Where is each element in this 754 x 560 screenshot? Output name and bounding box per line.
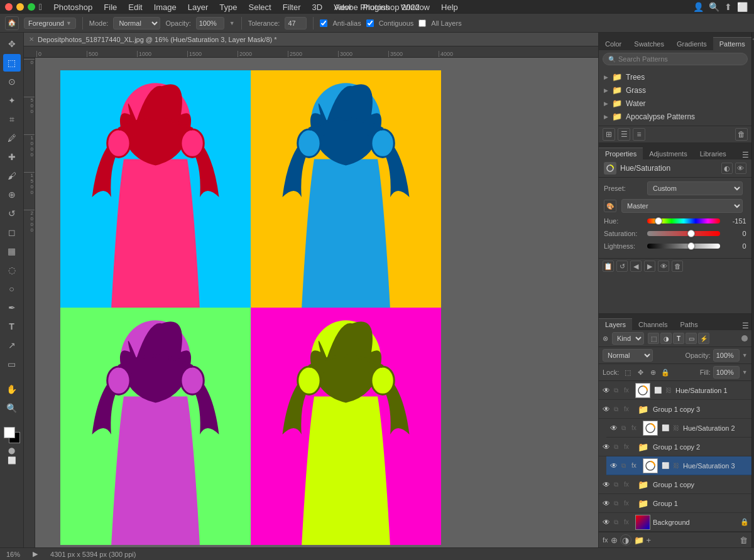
hand-tool[interactable]: ✋ [3,380,21,398]
blur-tool[interactable]: ◌ [3,261,21,279]
lock-artboard-icon[interactable]: ⊕ [648,367,658,377]
list-view-button[interactable]: ☰ [618,128,630,141]
menu-layer[interactable]: Layer [183,1,214,13]
trash-icon[interactable]: 🗑 [672,261,683,272]
search-icon[interactable]: 🔍 [709,2,719,12]
eyedropper-tool[interactable]: 🖉 [3,129,21,147]
add-layer-button[interactable]: + [647,536,652,545]
layer-visibility-toggle[interactable]: 👁 [601,385,611,396]
crop-tool[interactable]: ⌗ [3,110,21,128]
lasso-tool[interactable]: ⊙ [3,73,21,90]
add-mask-button[interactable]: ⊕ [611,536,618,545]
menu-edit[interactable]: Edit [123,1,147,13]
grid-view-button[interactable]: ⊞ [603,128,615,141]
shape-filter-icon[interactable]: ▭ [686,333,697,344]
panel-menu-icon2[interactable]: ☰ [742,321,749,330]
pattern-group-trees[interactable]: ▶ 📁 Trees [599,70,751,83]
lock-pixels-icon[interactable]: ⬚ [623,367,633,377]
type-tool[interactable]: T [3,318,21,335]
layer-row[interactable]: 👁 ⧉ fx 📁 Group 1 copy [599,475,751,494]
channel-select[interactable]: Master [621,199,743,213]
adjustment-filter-icon[interactable]: ◑ [660,333,672,344]
eye-icon[interactable]: 👁 [658,261,669,272]
menu-help[interactable]: Help [436,1,463,13]
tab-layers[interactable]: Layers [599,318,632,330]
contiguous-checkbox[interactable] [366,19,374,27]
opacity-value[interactable] [713,349,740,362]
layer-visibility-toggle[interactable]: 👁 [609,461,619,471]
foreground-color[interactable] [4,427,15,438]
filter-kind-select[interactable]: Kind [612,332,644,345]
layer-visibility-toggle[interactable]: 👁 [609,423,619,433]
shape-tool[interactable]: ▭ [3,355,21,373]
fill-chevron[interactable]: ▼ [742,369,748,375]
magic-wand-tool[interactable]: ✦ [3,92,21,109]
apple-icon[interactable]:  [39,2,42,12]
opacity-dropdown[interactable]: ▼ [229,20,235,26]
dodge-tool[interactable]: ○ [3,280,21,298]
zoom-tool[interactable]: 🔍 [3,399,21,417]
pattern-group-water[interactable]: ▶ 📁 Water [599,97,751,110]
home-button[interactable]: 🏠 [5,16,19,30]
layer-comp-icon[interactable]: 📋 [603,261,614,272]
prev-icon[interactable]: ◀ [630,261,642,272]
history-brush-tool[interactable]: ↺ [3,205,21,222]
menu-button[interactable]: ≡ [633,128,645,141]
tab-paths[interactable]: Paths [674,319,704,330]
screen-mode-icon[interactable]: ⬜ [8,456,16,465]
layer-row[interactable]: 👁 ⧉ fx Background 🔒 [599,513,751,532]
quick-mask-icon[interactable]: ⬤ [8,447,15,454]
tab-adjustments[interactable]: Adjustments [643,148,694,159]
tab-channels[interactable]: Channels [632,319,674,330]
preset-select[interactable]: Custom [647,181,743,195]
marquee-tool[interactable]: ⬚ [3,54,21,72]
menu-select[interactable]: Select [244,1,276,13]
tab-close-button[interactable]: ✕ [29,36,34,43]
layer-row[interactable]: 👁 ⧉ fx ⬜ ⛓ Hue/Saturation 3 [606,456,751,475]
add-group-button[interactable]: 📁 [634,536,644,545]
visibility-icon[interactable]: 👁 [735,163,746,174]
eraser-tool[interactable]: ◻ [3,223,21,241]
share-icon[interactable]: ⬆ [724,2,732,12]
fill-value[interactable] [713,366,740,379]
layer-row[interactable]: 👁 ⧉ fx ⬜ ⛓ Hue/Saturation 2 [606,419,751,438]
tab-libraries[interactable]: Libraries [694,148,733,159]
layer-row[interactable]: 👁 ⧉ fx 📁 Group 1 copy 2 [599,438,751,456]
delete-layer-button[interactable]: 🗑 [740,536,748,545]
layer-row[interactable]: 👁 ⧉ fx ⬜ ⛓ Hue/Saturation 1 [599,381,751,400]
opacity-input[interactable] [196,17,224,30]
colorize-icon[interactable]: 🎨 [604,200,616,212]
move-tool[interactable]: ✥ [3,35,21,53]
layer-visibility-toggle[interactable]: 👁 [601,480,611,490]
clone-tool[interactable]: ⊕ [3,186,21,203]
color-swatches[interactable] [3,426,21,444]
tool-preset[interactable]: Foreground ▼ [24,18,76,29]
pattern-group-apocalypse[interactable]: ▶ 📁 Apocalypse Patterns [599,110,751,123]
tab-color[interactable]: Color [599,37,628,50]
lock-position-icon[interactable]: ✥ [635,367,645,377]
fx-button[interactable]: fx [603,536,608,544]
tab-properties[interactable]: Properties [599,148,643,159]
layer-row[interactable]: 👁 ⧉ fx 📁 Group 1 copy 3 [599,400,751,419]
anti-alias-checkbox[interactable] [320,19,327,27]
sat-thumb[interactable] [687,230,695,237]
opacity-chevron[interactable]: ▼ [742,352,748,358]
filter-active-indicator[interactable] [741,335,748,342]
menu-file[interactable]: File [99,1,122,13]
canvas-scroll[interactable] [35,58,598,547]
hue-thumb[interactable] [655,217,662,225]
gradient-tool[interactable]: ▦ [3,242,21,260]
document-tab[interactable]: ✕ Depositphotos_518717440_XL.jpg @ 16% (… [24,33,598,46]
tab-swatches[interactable]: Swatches [628,37,670,50]
maximize-button[interactable] [28,3,35,11]
reset-icon[interactable]: ↺ [616,261,628,272]
pen-tool[interactable]: ✒ [3,299,21,316]
type-filter-icon[interactable]: T [673,333,684,344]
menu-type[interactable]: Type [214,1,242,13]
menu-filter[interactable]: Filter [278,1,306,13]
layer-visibility-toggle[interactable]: 👁 [601,517,611,527]
brush-tool[interactable]: 🖌 [3,167,21,185]
layer-visibility-toggle[interactable]: 👁 [601,404,611,414]
all-layers-checkbox[interactable] [418,19,426,27]
mask-icon[interactable]: ◐ [721,163,733,174]
